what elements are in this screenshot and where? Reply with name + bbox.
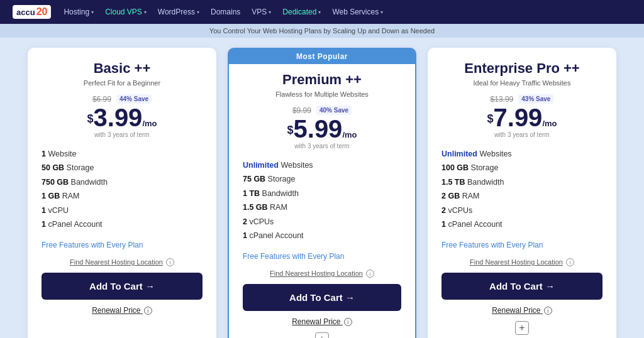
feature-basic-1: 50 GB Storage xyxy=(42,161,203,176)
feature-premium-4: 2 vCPUs xyxy=(243,215,401,229)
feature-basic-4: 1 vCPU xyxy=(42,204,203,218)
feature-enterprise-2: 1.5 TB Bandwidth xyxy=(441,175,602,190)
feature-basic-5: 1 cPanel Account xyxy=(42,218,203,232)
price-term-enterprise: with 3 years of term xyxy=(441,131,602,138)
features-basic: 1 Website 50 GB Storage 750 GB Bandwidth… xyxy=(42,147,203,232)
add-to-cart-basic[interactable]: Add To Cart → xyxy=(42,273,203,300)
price-mo-premium: /mo xyxy=(342,130,357,139)
renewal-price-enterprise[interactable]: Renewal Price i xyxy=(441,306,602,315)
nav-item-hosting[interactable]: Hosting ▾ xyxy=(64,8,94,16)
plan-subtitle-enterprise: Ideal for Heavy Traffic Websites xyxy=(441,79,602,87)
original-price-enterprise: $13.99 xyxy=(491,95,514,104)
extras-toggle-enterprise[interactable]: + xyxy=(441,321,602,335)
add-to-cart-enterprise[interactable]: Add To Cart → xyxy=(441,273,602,300)
feature-enterprise-4: 2 vCPUs xyxy=(441,204,602,218)
nav-item-vps[interactable]: VPS ▾ xyxy=(252,8,271,16)
renewal-price-premium[interactable]: Renewal Price i xyxy=(243,317,401,326)
price-row-premium: $9.99 40% Save xyxy=(243,106,401,115)
nav-item-wordpress[interactable]: WordPress ▾ xyxy=(158,8,199,16)
plan-card-premium: Most Popular Premium ++ Flawless for Mul… xyxy=(228,48,416,338)
add-to-cart-premium[interactable]: Add To Cart → xyxy=(243,284,401,311)
feature-basic-3: 1 GB RAM xyxy=(42,190,203,204)
plan-card-enterprise: Enterprise Pro ++ Ideal for Heavy Traffi… xyxy=(428,48,616,338)
feature-enterprise-0: Unlimited Websites xyxy=(441,147,602,161)
info-icon-hosting-premium[interactable]: i xyxy=(366,270,374,278)
nav-item-cloud[interactable]: Cloud VPS ▾ xyxy=(105,8,147,16)
renewal-price-basic[interactable]: Renewal Price i xyxy=(42,306,203,315)
original-price-premium: $9.99 xyxy=(292,106,311,115)
plus-icon-enterprise: + xyxy=(515,321,529,335)
logo[interactable]: accu 20 xyxy=(13,5,51,19)
info-icon-hosting-enterprise[interactable]: i xyxy=(566,258,574,266)
free-features-link-basic[interactable]: Free Features with Every Plan xyxy=(42,241,203,249)
original-price-basic: $6.99 xyxy=(92,95,111,104)
big-price-enterprise: $7.99/mo xyxy=(441,105,602,130)
save-badge-basic: 44% Save xyxy=(116,94,152,104)
free-features-link-enterprise[interactable]: Free Features with Every Plan xyxy=(441,241,602,249)
pricing-section: Basic ++ Perfect Fit for a Beginner $6.9… xyxy=(0,38,644,338)
hosting-location-premium: Find Nearest Hosting Location i xyxy=(243,270,401,278)
nav-item-webservices[interactable]: Web Services ▾ xyxy=(332,8,383,16)
navbar: accu 20 Hosting ▾ Cloud VPS ▾ WordPress … xyxy=(0,0,644,24)
features-premium: Unlimited Websites 75 GB Storage 1 TB Ba… xyxy=(243,158,401,243)
info-icon-hosting-basic[interactable]: i xyxy=(166,258,174,266)
feature-enterprise-3: 2 GB RAM xyxy=(441,190,602,204)
logo-text: accu xyxy=(16,8,35,17)
features-enterprise: Unlimited Websites 100 GB Storage 1.5 TB… xyxy=(441,147,602,232)
feature-premium-1: 75 GB Storage xyxy=(243,173,401,187)
nav-links: Hosting ▾ Cloud VPS ▾ WordPress ▾ Domain… xyxy=(64,8,383,16)
hosting-location-basic: Find Nearest Hosting Location i xyxy=(42,258,203,266)
plan-subtitle-premium: Flawless for Multiple Websites xyxy=(243,90,401,98)
feature-premium-2: 1 TB Bandwidth xyxy=(243,187,401,201)
price-main-enterprise: 7.99 xyxy=(494,104,543,131)
extras-toggle-premium[interactable]: + xyxy=(243,332,401,338)
feature-premium-5: 1 cPanel Account xyxy=(243,229,401,244)
info-icon-renewal-premium[interactable]: i xyxy=(344,318,352,326)
big-price-premium: $5.99/mo xyxy=(243,116,401,141)
price-main-premium: 5.99 xyxy=(294,115,343,143)
feature-enterprise-1: 100 GB Storage xyxy=(441,161,602,176)
info-icon-renewal-enterprise[interactable]: i xyxy=(544,307,552,315)
price-row-basic: $6.99 44% Save xyxy=(42,94,203,104)
price-mo-basic: /mo xyxy=(142,119,157,128)
big-price-basic: $3.99/mo xyxy=(42,105,203,130)
plan-card-basic: Basic ++ Perfect Fit for a Beginner $6.9… xyxy=(28,48,216,338)
nav-item-dedicated[interactable]: Dedicated ▾ xyxy=(282,8,321,16)
plan-subtitle-basic: Perfect Fit for a Beginner xyxy=(42,79,203,87)
plan-title-basic: Basic ++ xyxy=(42,60,203,77)
info-icon-renewal-basic[interactable]: i xyxy=(144,307,152,315)
plan-title-premium: Premium ++ xyxy=(243,72,401,88)
save-badge-enterprise: 43% Save xyxy=(518,94,553,104)
price-term-premium: with 3 years of term xyxy=(243,143,401,150)
hosting-location-enterprise: Find Nearest Hosting Location i xyxy=(441,258,602,266)
plus-icon-premium: + xyxy=(315,332,329,338)
nav-item-domains[interactable]: Domains xyxy=(211,8,240,16)
feature-premium-3: 1.5 GB RAM xyxy=(243,201,401,215)
plan-title-enterprise: Enterprise Pro ++ xyxy=(441,60,602,77)
feature-enterprise-5: 1 cPanel Account xyxy=(441,218,602,232)
logo-number: 20 xyxy=(36,6,48,18)
save-badge-premium: 40% Save xyxy=(316,106,352,115)
feature-basic-0: 1 Website xyxy=(42,147,203,161)
subtitle-bar: You Control Your Web Hosting Plans by Sc… xyxy=(0,24,644,38)
price-mo-enterprise: /mo xyxy=(542,119,557,128)
feature-premium-0: Unlimited Websites xyxy=(243,158,401,173)
price-main-basic: 3.99 xyxy=(94,104,143,131)
popular-badge: Most Popular xyxy=(229,49,415,64)
price-row-enterprise: $13.99 43% Save xyxy=(441,94,602,104)
free-features-link-premium[interactable]: Free Features with Every Plan xyxy=(243,252,401,261)
feature-basic-2: 750 GB Bandwidth xyxy=(42,175,203,190)
price-term-basic: with 3 years of term xyxy=(42,131,203,138)
subtitle-text: You Control Your Web Hosting Plans by Sc… xyxy=(209,27,435,35)
